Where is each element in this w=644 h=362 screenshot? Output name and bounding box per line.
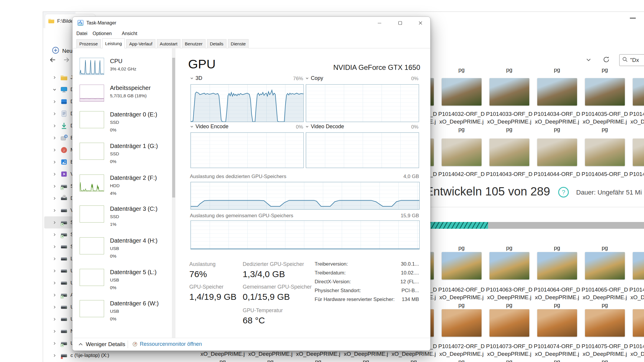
- file-thumbnail[interactable]: [489, 309, 529, 337]
- menu-optionen[interactable]: Optionen: [93, 31, 112, 36]
- file-thumbnail[interactable]: [442, 252, 482, 279]
- close-button[interactable]: [414, 17, 427, 29]
- file-thumbnail[interactable]: [585, 252, 625, 279]
- sidebar-item-datentr-ger-3-c[interactable]: Datenträger 3 (C:)SSD1%: [80, 205, 168, 233]
- file-thumbnail[interactable]: [585, 309, 625, 337]
- tab-dienste[interactable]: Dienste: [228, 39, 249, 48]
- chevron-right-icon[interactable]: [52, 196, 57, 200]
- chevron-right-icon[interactable]: [52, 75, 57, 80]
- file-thumbnail[interactable]: [537, 139, 577, 166]
- sidebar-item-arbeitsspeicher[interactable]: Arbeitsspeicher5,7/31,8 GB (18%): [80, 85, 168, 112]
- tab-prozesse[interactable]: Prozesse: [76, 39, 101, 48]
- file-item[interactable]: P1014075-ORF_DxO_DeepPRIME.jpg: [581, 309, 629, 337]
- chevron-right-icon[interactable]: [52, 208, 57, 213]
- file-item[interactable]: P1014043-ORF_D: [485, 139, 533, 166]
- file-thumbnail[interactable]: [585, 78, 625, 106]
- sidebar-item-datentr-ger-5-l[interactable]: Datenträger 5 (L:)USB0%: [80, 269, 168, 296]
- file-thumbnail[interactable]: [537, 252, 577, 279]
- tab-leistung[interactable]: Leistung: [102, 38, 125, 48]
- file-thumbnail[interactable]: [537, 309, 577, 337]
- file-thumbnail[interactable]: [442, 139, 482, 166]
- minimize-button[interactable]: [373, 17, 386, 29]
- sidebar-item-datentr-ger-0-e[interactable]: Datenträger 0 (E:)SSD0%: [80, 111, 168, 138]
- file-thumbnail[interactable]: [633, 139, 644, 166]
- chevron-right-icon[interactable]: [52, 100, 57, 104]
- chevron-right-icon[interactable]: [52, 305, 57, 309]
- chevron-right-icon[interactable]: [52, 136, 57, 140]
- chevron-right-icon[interactable]: [52, 160, 57, 164]
- sidebar-item-datentr-ger-6-w[interactable]: Datenträger 6 (W:)USB0%: [80, 300, 168, 327]
- sidebar-item-datentr-ger-4-h[interactable]: Datenträger 4 (H:)USB0%: [80, 237, 168, 264]
- chevron-right-icon[interactable]: [52, 233, 57, 237]
- file-thumbnail[interactable]: [489, 139, 529, 166]
- tree-item-23[interactable]: c (\\je-laptop) (X:): [43, 349, 178, 361]
- chevron-right-icon[interactable]: [52, 341, 57, 345]
- help-icon[interactable]: ?: [558, 187, 569, 198]
- file-item[interactable]: P1014034-ORF_DxO_DeepPRIME.jpg: [533, 78, 581, 106]
- file-item[interactable]: P1014062-ORF_DxO_DeepPRIME.jpg: [438, 252, 485, 279]
- file-item[interactable]: P1014045-ORF_D: [581, 139, 629, 166]
- chevron-right-icon[interactable]: [52, 257, 57, 261]
- file-item[interactable]: P1014063-ORF_DxO_DeepPRIME.jpg: [485, 252, 533, 279]
- chevron-right-icon[interactable]: [52, 148, 57, 152]
- chevron-down-icon[interactable]: [52, 88, 57, 92]
- file-item[interactable]: P1014074-ORF_DxO_DeepPRIME.jpg: [533, 309, 581, 337]
- sidebar-item-datentr-ger-2-f[interactable]: Datenträger 2 (F:)HDD4%: [80, 175, 168, 202]
- chevron-right-icon[interactable]: [52, 317, 57, 321]
- file-item[interactable]: P1014042-ORF_D: [438, 139, 485, 166]
- forward-arrow-icon[interactable]: [63, 56, 70, 65]
- file-item[interactable]: P1014044-ORF_D: [533, 139, 581, 166]
- chevron-right-icon[interactable]: [52, 124, 57, 128]
- chevron-right-icon[interactable]: [52, 245, 57, 249]
- file-item[interactable]: P1014036-ORF_DxO_DeepPRIME.jpg: [629, 78, 644, 106]
- file-item[interactable]: P1014032-ORF_DxO_DeepPRIME.jpg: [438, 78, 485, 106]
- sidebar-item-datentr-ger-1-g[interactable]: Datenträger 1 (G:)SSD0%: [80, 143, 168, 170]
- maximize-button[interactable]: [393, 17, 407, 29]
- tab-benutzer[interactable]: Benutzer: [182, 39, 206, 48]
- file-item[interactable]: P1014072-ORF_DxO_DeepPRIME.jpg: [438, 309, 485, 337]
- tab-autostart[interactable]: Autostart: [157, 39, 180, 48]
- menu-datei[interactable]: Datei: [76, 31, 87, 36]
- tab-details[interactable]: Details: [207, 39, 226, 48]
- scrollbar-thumb[interactable]: [172, 58, 175, 198]
- file-item[interactable]: P1014073-ORF_DxO_DeepPRIME.jpg: [485, 309, 533, 337]
- titlebar[interactable]: Task-Manager: [73, 17, 430, 29]
- file-thumbnail[interactable]: [442, 309, 482, 337]
- file-thumbnail[interactable]: [489, 78, 529, 106]
- resource-monitor-link[interactable]: Ressourcenmonitor öffnen: [132, 341, 202, 347]
- file-thumbnail[interactable]: [633, 252, 644, 279]
- chevron-right-icon[interactable]: [52, 269, 57, 273]
- sidebar-item-cpu[interactable]: CPU3% 4,02 GHz: [80, 58, 168, 85]
- file-item[interactable]: P1014064-ORF_DxO_DeepPRIME.jpg: [533, 252, 581, 279]
- chevron-right-icon[interactable]: [52, 281, 57, 285]
- file-item[interactable]: P1014066-ORF_DxO_DeepPRIME.jpg: [629, 252, 644, 279]
- minimize-icon[interactable]: [630, 18, 636, 19]
- chevron-right-icon[interactable]: [52, 221, 57, 225]
- file-item[interactable]: P1014046-ORF_D: [629, 139, 644, 166]
- tab-app-verlauf[interactable]: App-Verlauf: [126, 39, 155, 48]
- file-thumbnail[interactable]: [633, 309, 644, 337]
- chevron-right-icon[interactable]: [52, 353, 57, 358]
- file-thumbnail[interactable]: [537, 78, 577, 106]
- back-arrow-icon[interactable]: [49, 56, 57, 65]
- file-thumbnail[interactable]: [633, 78, 644, 106]
- refresh-icon[interactable]: [602, 56, 610, 65]
- file-item[interactable]: P1014035-ORF_DxO_DeepPRIME.jpg: [581, 78, 629, 106]
- file-item[interactable]: P1014033-ORF_DxO_DeepPRIME.jpg: [485, 78, 533, 106]
- file-item[interactable]: P1014076-ORF_DxO_DeepPRIME.jpg: [629, 309, 644, 337]
- file-thumbnail[interactable]: [442, 78, 482, 106]
- new-button[interactable]: Neu: [52, 47, 73, 55]
- file-thumbnail[interactable]: [489, 252, 529, 279]
- file-item[interactable]: P1014065-ORF_DxO_DeepPRIME.jpg: [581, 252, 629, 279]
- sidebar-scrollbar[interactable]: [172, 48, 175, 338]
- menu-ansicht[interactable]: Ansicht: [122, 31, 137, 36]
- chevron-right-icon[interactable]: [52, 293, 57, 297]
- chevron-right-icon[interactable]: [52, 184, 57, 188]
- file-thumbnail[interactable]: [585, 139, 625, 166]
- chevron-right-icon[interactable]: [52, 112, 57, 116]
- chevron-right-icon[interactable]: [52, 329, 57, 333]
- fewer-details-button[interactable]: Weniger Details: [78, 341, 125, 348]
- search-input[interactable]: "Dx: [619, 54, 644, 66]
- chevron-down-icon[interactable]: [585, 57, 592, 64]
- chevron-right-icon[interactable]: [52, 172, 57, 176]
